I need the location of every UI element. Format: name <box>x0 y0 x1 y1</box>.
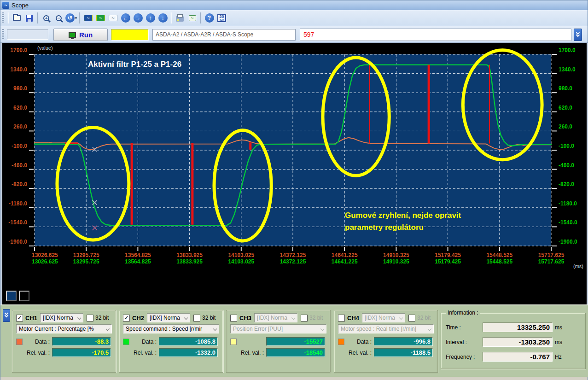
ch1-idx-mode-dropdown[interactable]: [IDX] Norma <box>40 313 83 322</box>
information-legend: Information : <box>446 310 480 316</box>
dropdown-value: Speed command : Speed [r/mir <box>126 326 202 332</box>
save-file-button[interactable] <box>23 12 35 24</box>
ch2-rel-label: Rel. val. : <box>129 350 159 356</box>
x-axis-label-primary: 14103.025 <box>228 252 254 258</box>
minus-glyph: − <box>57 15 60 21</box>
dropdown-value: Position Error [PUU] <box>233 326 283 332</box>
device-model-field[interactable]: ASDA-A2 / ASDA-A2R / ASDA-S Scope <box>152 29 296 41</box>
help-button[interactable]: ? <box>203 12 215 24</box>
toolbar-grip[interactable] <box>2 29 4 40</box>
y-axis-label-right: 1700.0 <box>559 47 576 53</box>
print-button[interactable] <box>174 12 186 24</box>
ch2-label: CH2 <box>132 315 144 322</box>
icu-sub: ICU <box>220 19 224 21</box>
ch3-idx-mode-dropdown[interactable]: [IDX] Norma <box>254 313 297 322</box>
y-axis-label-left: -460.0 <box>12 162 27 169</box>
ch4-idx-mode-dropdown[interactable]: [IDX] Norma <box>362 313 405 322</box>
plot-frame-color-swatch[interactable] <box>19 291 29 301</box>
x-axis-label-primary: 15448.525 <box>486 252 512 258</box>
scope-display-blue-button[interactable]: ~ <box>82 12 94 24</box>
run-button[interactable]: Run <box>53 29 108 41</box>
scope-display-white-button[interactable]: ~ <box>107 12 119 24</box>
y-axis-label-left: -1180.0 <box>9 200 27 207</box>
chevron-down-icon <box>5 314 8 317</box>
x-axis-label-secondary: 14372.125 <box>280 258 306 265</box>
open-folder-icon <box>13 15 21 21</box>
y-axis-label-right: -460.0 <box>559 162 574 169</box>
x-axis-label-primary: 13295.725 <box>73 252 99 258</box>
plot-background-color-swatch[interactable] <box>6 291 17 301</box>
ch4-source-dropdown[interactable]: Motor speed : Real time [r/min] <box>338 324 434 333</box>
ch3-source-dropdown[interactable]: Position Error [PUU] <box>230 324 326 333</box>
chevron-down-icon[interactable]: ▾ <box>75 16 77 20</box>
scope-display-green-button[interactable]: ~ <box>94 12 107 24</box>
ch3-rel-value: -18540 <box>266 348 325 357</box>
x-axis-label-primary: 14372.125 <box>280 252 306 258</box>
y-axis-label-left: -1540.0 <box>8 219 27 226</box>
zoom-reset-button[interactable]: ↺▾ <box>65 12 77 24</box>
y-axis-label-right: 1340.0 <box>559 66 576 73</box>
ch3-enable-checkbox[interactable] <box>230 315 237 322</box>
pan-up-button[interactable]: ↑ <box>144 12 157 24</box>
channel-box-ch1: ✓ CH1 [IDX] Norma 32 bit Motor Current :… <box>12 310 116 373</box>
ch1-32bit-checkbox[interactable] <box>87 315 93 322</box>
dropdown-value: Motor speed : Real time [r/min] <box>341 326 416 332</box>
x-axis-label-primary: 15717.625 <box>538 252 565 258</box>
pan-left-button[interactable]: ← <box>119 12 132 24</box>
ch2-source-dropdown[interactable]: Speed command : Speed [r/mir <box>123 324 219 333</box>
pan-right-button[interactable]: → <box>132 12 144 24</box>
chart-annotation: parametry regulátoru <box>345 223 424 232</box>
toolbar-separator <box>37 12 38 23</box>
zoom-in-button[interactable]: + <box>40 12 52 24</box>
ch3-color-swatch[interactable] <box>230 339 237 345</box>
ch2-idx-mode-dropdown[interactable]: [IDX] Norma <box>147 313 190 322</box>
ch4-32bit-checkbox[interactable] <box>408 315 415 322</box>
toolbar-grip[interactable] <box>2 12 4 23</box>
control-toolbar: Run ASDA-A2 / ASDA-A2R / ASDA-S Scope 59… <box>0 26 588 43</box>
ch3-rel-label: Rel. val. : <box>237 350 266 356</box>
clear-scope-button[interactable]: ~ <box>186 12 198 24</box>
ch1-color-swatch[interactable] <box>16 339 23 345</box>
ch2-32bit-checkbox[interactable] <box>193 315 200 322</box>
ch4-rel-label: Rel. val. : <box>344 350 374 356</box>
chevron-down-icon <box>184 316 188 320</box>
plus-glyph: + <box>45 15 47 21</box>
ch3-32bit-checkbox[interactable] <box>301 315 308 322</box>
y-axis-label-left: -820.0 <box>12 181 27 187</box>
ch2-rel-value: -1332.0 <box>159 348 218 357</box>
ch1-source-dropdown[interactable]: Motor Current : Percentage [% <box>16 324 112 333</box>
arrow-glyph: ← <box>123 15 128 21</box>
chevron-down-icon <box>428 327 431 331</box>
window-title: Scope <box>12 2 29 9</box>
zoom-out-button[interactable]: − <box>52 12 65 24</box>
ch4-color-swatch[interactable] <box>338 339 344 345</box>
y-axis-label-right: 620.0 <box>559 105 572 111</box>
chevron-down-icon <box>106 327 110 331</box>
wave-glyph: ~ <box>191 15 193 21</box>
collapse-channel-panel-button[interactable] <box>3 309 10 322</box>
dropdown-value: [IDX] Norma <box>257 315 287 321</box>
ch3-label: CH3 <box>239 315 251 322</box>
x-axis-label-primary: 14910.325 <box>383 252 409 258</box>
time-value: 13325.250 <box>483 322 553 332</box>
ch4-enable-checkbox[interactable] <box>338 315 345 322</box>
sample-count-field[interactable]: 597 <box>300 29 571 41</box>
ch2-color-swatch[interactable] <box>123 339 129 345</box>
x-axis-label-secondary: 13833.925 <box>176 258 203 265</box>
open-file-button[interactable] <box>11 12 23 24</box>
y-axis-label-right: -100.0 <box>559 143 574 149</box>
app-icon: ~ <box>2 2 9 9</box>
icu-20-button[interactable]: 20ICU <box>215 12 228 24</box>
x-axis-label-secondary: 15717.625 <box>538 258 565 265</box>
frequency-unit: Hz <box>555 354 562 360</box>
chevron-down-icon <box>399 316 403 320</box>
scope-plot-area: 1700.01700.01340.01340.0980.0980.0620.06… <box>0 43 588 304</box>
channel-box-ch4: CH4 [IDX] Norma 32 bit Motor speed : Rea… <box>334 310 438 373</box>
ch1-enable-checkbox[interactable]: ✓ <box>16 315 23 322</box>
ch2-enable-checkbox[interactable]: ✓ <box>123 315 130 322</box>
chevron-down-icon <box>320 327 324 331</box>
ch1-32bit-label: 32 bit <box>95 315 109 321</box>
pan-down-button[interactable]: ↓ <box>157 12 169 24</box>
collapse-toolbar-button[interactable] <box>574 29 582 41</box>
icu-20-icon: 20ICU <box>217 14 226 22</box>
